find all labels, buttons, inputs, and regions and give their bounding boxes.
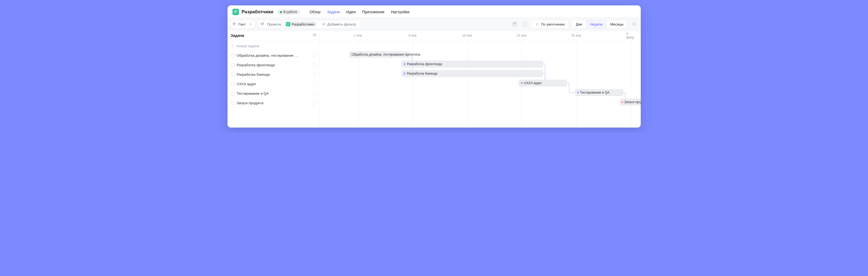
svg-rect-11 [514,23,516,24]
status-dot-icon [280,11,282,13]
nav: Обзор Задачи Идеи Приложения Настройки [310,10,410,14]
timeline-tick: 16 янв. [462,31,473,40]
task-label: Тестирование и QA [237,92,309,96]
gantt-row [320,40,641,50]
scale-days[interactable]: Дни [572,20,586,28]
assignee-placeholder-icon[interactable] [312,101,316,106]
gantt-row: Тестирование и QA [320,88,641,97]
svg-rect-0 [233,23,235,23]
task-row[interactable]: Тестирование и QA [227,89,320,98]
body: Задачи + Новая задача Обработка дизайна,… [227,31,641,128]
gantt-bar-label: Обработка дизайна, тестирование прототип… [351,53,420,57]
sliders-icon[interactable] [260,22,264,27]
task-row[interactable]: Обработка дизайна, тестирование … [227,51,320,60]
timeline-tick: 2 янв. [354,31,363,40]
view-label: Гант [239,22,246,26]
settings-button[interactable] [630,20,638,28]
scale-weeks[interactable]: Недели [586,20,606,28]
filter-pill[interactable]: Р Разработчики [285,22,316,27]
arrow-icon [520,82,523,84]
new-task-label: Новая задача [237,44,316,48]
gantt-body: Обработка дизайна, тестирование прототип… [320,40,641,128]
gantt-bar-label: Разработка фронтенда [407,62,442,66]
gantt-bar-label: Разработка бэкенда [407,72,437,75]
nav-overview[interactable]: Обзор [310,10,320,14]
timeline-tick: 30 янв. [571,31,582,40]
task-status-circle[interactable] [231,73,235,76]
project-badge: Р [232,9,239,15]
assignee-placeholder-icon[interactable] [312,53,316,58]
task-status-circle[interactable] [231,54,235,58]
task-label: UX/UI аудит [237,82,309,86]
gantt-bar[interactable]: Разработка фронтенда [402,61,542,67]
task-row[interactable]: UX/UI аудит [227,79,320,89]
task-row[interactable]: Разработка фронтенда [227,60,320,70]
task-label: Запуск продукта [237,101,309,105]
view-selector[interactable]: Гант [230,20,255,29]
nav-apps[interactable]: Приложения [362,10,384,14]
gantt-bar[interactable]: Разработка бэкенда [402,70,542,77]
scale-selector: Дни Недели Месяцы [572,20,627,29]
sidebar-filter-button[interactable] [313,33,316,38]
plus-circle-icon [322,22,326,26]
nav-settings[interactable]: Настройки [391,10,410,14]
task-status-circle[interactable] [231,101,235,105]
svg-point-18 [315,34,316,35]
gantt-chart[interactable]: 2 янв.9 янв.16 янв.23 янв.30 янв.6 февр.… [320,31,641,128]
timeline-tick: 6 февр. [626,31,636,40]
gantt-icon [233,22,237,27]
gantt-bar-label: Тестирование и QA [580,91,610,95]
assignee-placeholder-icon[interactable] [312,72,316,77]
status-chip[interactable]: В работе [277,9,300,15]
gantt-row: Запуск продукта [320,97,641,107]
sort-selector[interactable]: По умолчанию [531,20,569,29]
gantt-bar[interactable]: UX/UI аудит [519,80,567,86]
gantt-row: Разработка бэкенда [320,69,641,78]
gear-icon [632,22,637,27]
toolbar: Гант Проекты: Р Разработчики Добавить фи… [227,18,641,31]
status-label: В работе [283,10,297,14]
task-status-circle[interactable] [231,82,235,86]
header: Р Разработчики В работе Обзор Задачи Иде… [227,5,641,18]
nav-tasks[interactable]: Задачи [327,10,340,14]
gantt-bar[interactable]: Запуск продукта [620,99,641,105]
app-window: Р Разработчики В работе Обзор Задачи Иде… [227,5,641,128]
gantt-bar-label: Запуск продукта [624,100,641,104]
sidebar-header: Задачи [227,31,320,40]
timeline-tick: 23 янв. [517,31,527,40]
task-row[interactable]: Разработка бэкенда [227,70,320,79]
chevron-right-icon [248,22,253,26]
add-filter-button[interactable]: Добавить фильтр [319,21,359,28]
task-list: + Новая задача Обработка дизайна, тестир… [227,40,320,109]
task-status-circle[interactable] [231,92,235,96]
filter-badge: Р [286,22,290,26]
assignee-placeholder-icon[interactable] [312,63,316,68]
task-label: Разработка бэкенда [237,72,309,76]
svg-rect-1 [233,24,236,24]
sliders-icon [313,33,316,37]
new-task-row[interactable]: + Новая задача [227,41,320,51]
expand-icon [523,22,527,26]
gantt-bar-label: UX/UI аудит [524,81,542,85]
filter-project-name: Разработчики [292,22,314,26]
task-status-circle[interactable] [231,63,235,67]
gantt-row: Обработка дизайна, тестирование прототип… [320,50,641,59]
gantt-bar[interactable]: Тестирование и QA [575,89,623,96]
task-sidebar: Задачи + Новая задача Обработка дизайна,… [227,31,320,128]
timeline-tick: 9 янв. [408,31,417,40]
save-icon [513,22,517,26]
gantt-bar[interactable]: Обработка дизайна, тестирование прототип… [349,51,410,58]
svg-point-12 [633,23,635,25]
sort-icon [535,23,539,26]
save-view-button[interactable] [511,20,519,28]
fullscreen-button[interactable] [521,20,529,28]
scale-months[interactable]: Месяцы [606,20,627,28]
task-label: Разработка фронтенда [237,63,309,67]
nav-ideas[interactable]: Идеи [346,10,355,14]
filter-prefix: Проекты: [267,22,282,26]
assignee-placeholder-icon[interactable] [312,82,316,87]
sort-label: По умолчанию [541,22,565,26]
assignee-placeholder-icon[interactable] [312,91,316,96]
task-row[interactable]: Запуск продукта [227,98,320,108]
svg-rect-2 [233,25,234,25]
